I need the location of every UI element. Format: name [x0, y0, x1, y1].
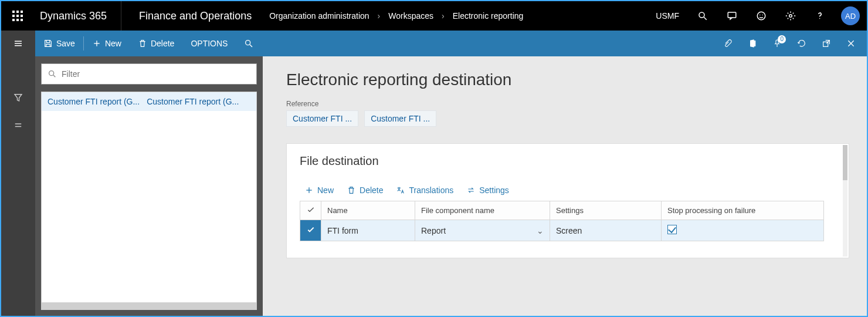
translate-icon — [396, 186, 405, 195]
feedback-button[interactable] — [750, 1, 773, 31]
trash-icon — [138, 39, 147, 48]
stop-on-failure-checkbox[interactable] — [667, 225, 677, 234]
refresh-icon — [797, 39, 806, 48]
column-header-name[interactable]: Name — [321, 201, 415, 220]
legal-entity[interactable]: USMF — [650, 11, 685, 21]
breadcrumb-item[interactable]: Workspaces — [388, 11, 433, 21]
help-icon — [815, 11, 825, 21]
check-icon — [306, 225, 316, 234]
table-row[interactable]: FTI form Report ⌄ Screen — [300, 220, 824, 241]
notifications-button[interactable]: 0 — [765, 31, 789, 56]
module-label[interactable]: Finance and Operations — [121, 10, 269, 22]
topbar-right: USMF AD — [650, 1, 867, 31]
waffle-icon — [12, 11, 23, 21]
filter-input[interactable] — [62, 69, 250, 79]
column-header-settings[interactable]: Settings — [550, 201, 662, 220]
options-button[interactable]: OPTIONS — [182, 31, 236, 56]
filter-box[interactable] — [41, 63, 257, 85]
office-icon — [748, 39, 757, 48]
card-settings-label: Settings — [479, 186, 509, 195]
breadcrumb-item[interactable]: Organization administration — [269, 11, 369, 21]
reference-pills: Customer FTI ... Customer FTI ... — [286, 110, 849, 127]
reference-label: Reference — [286, 100, 849, 108]
reference-pill[interactable]: Customer FTI ... — [364, 110, 436, 127]
card-delete-button[interactable]: Delete — [347, 186, 383, 195]
page-title: Electronic reporting destination — [286, 70, 849, 89]
list-icon — [13, 120, 23, 131]
help-button[interactable] — [808, 1, 832, 31]
svg-point-20 — [49, 71, 54, 76]
cell-component-value: Report — [421, 226, 446, 235]
settings-button[interactable] — [779, 1, 802, 31]
svg-rect-2 — [728, 12, 736, 18]
card-commands: New Delete Translations Settings — [300, 186, 836, 195]
list-pane: Customer FTI report (G... Customer FTI r… — [35, 56, 263, 316]
record-list: Customer FTI report (G... Customer FTI r… — [41, 92, 257, 303]
card-title: File destination — [300, 154, 836, 168]
card-translations-button[interactable]: Translations — [396, 186, 453, 195]
cell-name[interactable]: FTI form — [321, 220, 415, 241]
horizontal-scrollbar[interactable] — [41, 303, 257, 310]
office-button[interactable] — [740, 31, 765, 56]
left-rail — [1, 56, 35, 316]
column-header-stop[interactable]: Stop processing on failure — [662, 201, 824, 220]
swap-icon — [466, 186, 476, 195]
search-icon — [697, 11, 708, 21]
main-pane: Electronic reporting destination Referen… — [263, 56, 867, 316]
save-button[interactable]: Save — [35, 31, 83, 56]
search-icon — [48, 69, 57, 79]
reference-pill[interactable]: Customer FTI ... — [286, 110, 358, 127]
breadcrumb-item[interactable]: Electronic reporting — [453, 11, 524, 21]
popout-icon — [822, 39, 831, 48]
brand-label[interactable]: Dynamics 365 — [34, 1, 121, 31]
gear-icon — [785, 11, 796, 21]
column-select[interactable] — [300, 201, 321, 220]
nav-expand-button[interactable] — [1, 31, 35, 56]
close-button[interactable] — [839, 31, 863, 56]
cell-component[interactable]: Report ⌄ — [415, 220, 550, 241]
list-item-col2: Customer FTI report (G... — [147, 97, 239, 106]
cell-stop[interactable] — [662, 220, 824, 241]
svg-point-6 — [789, 15, 792, 18]
messages-button[interactable] — [720, 1, 744, 31]
column-header-component[interactable]: File component name — [415, 201, 550, 220]
file-destination-grid: Name File component name Settings Stop p… — [300, 201, 824, 241]
close-icon — [846, 39, 856, 48]
delete-label: Delete — [151, 39, 174, 48]
workspace-body: Customer FTI report (G... Customer FTI r… — [1, 56, 867, 316]
rail-filter-button[interactable] — [1, 83, 35, 112]
vertical-scrollbar[interactable] — [843, 145, 847, 257]
svg-line-14 — [250, 45, 252, 47]
svg-line-21 — [53, 75, 55, 77]
popout-button[interactable] — [814, 31, 839, 56]
card-settings-button[interactable]: Settings — [466, 186, 509, 195]
svg-point-3 — [757, 12, 765, 20]
app-launcher-button[interactable] — [1, 1, 34, 31]
plus-icon — [92, 39, 101, 48]
cell-settings[interactable]: Screen — [550, 220, 662, 241]
list-item[interactable]: Customer FTI report (G... Customer FTI r… — [42, 92, 256, 111]
file-destination-card: File destination New Delete Translations… — [286, 143, 849, 258]
trash-icon — [347, 186, 356, 195]
options-label: OPTIONS — [191, 39, 228, 48]
attach-icon — [723, 39, 733, 48]
svg-point-13 — [246, 41, 250, 45]
user-avatar[interactable]: AD — [841, 6, 860, 25]
action-search-button[interactable] — [236, 31, 262, 56]
search-button[interactable] — [691, 1, 714, 31]
attach-button[interactable] — [716, 31, 740, 56]
row-selector[interactable] — [300, 220, 321, 241]
delete-button[interactable]: Delete — [130, 31, 182, 56]
svg-point-4 — [760, 15, 761, 16]
plus-icon — [304, 186, 314, 195]
smiley-icon — [756, 11, 767, 21]
funnel-icon — [13, 92, 23, 103]
top-navbar: Dynamics 365 Finance and Operations Orga… — [1, 1, 867, 31]
new-button[interactable]: New — [84, 31, 130, 56]
refresh-button[interactable] — [789, 31, 814, 56]
rail-related-button[interactable] — [1, 112, 35, 140]
card-delete-label: Delete — [360, 186, 383, 195]
card-new-button[interactable]: New — [304, 186, 334, 195]
action-bar: Save New Delete OPTIONS 0 — [1, 31, 867, 56]
chevron-right-icon: › — [378, 11, 381, 21]
